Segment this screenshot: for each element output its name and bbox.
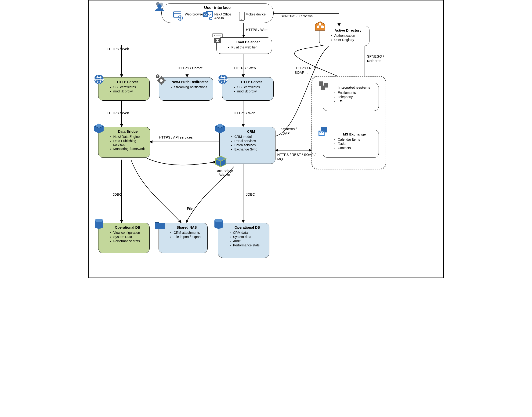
node-bullet: Portal services bbox=[235, 139, 272, 143]
node-title: HTTP Server bbox=[109, 80, 146, 84]
ui-item-mobile: Mobile device bbox=[246, 12, 267, 16]
edge-label: JDBC bbox=[246, 192, 255, 197]
node-title: NexJ Push Redirector bbox=[170, 80, 210, 84]
exchange-icon bbox=[317, 126, 329, 138]
architecture-diagram: User interface Web browser O NexJ Office… bbox=[88, 0, 444, 278]
edge-label: SPNEGO / Kerberos bbox=[281, 14, 313, 19]
operational-db-right-node: Operational DB CRM data System data Audi… bbox=[218, 223, 269, 258]
svg-rect-30 bbox=[157, 80, 159, 81]
globe-icon bbox=[217, 73, 229, 85]
node-bullet: System Data bbox=[113, 235, 146, 239]
edge-label: JDBC bbox=[113, 192, 122, 197]
node-title: Operational DB bbox=[229, 225, 266, 229]
blocks-icon bbox=[318, 80, 329, 92]
edge-label: HTTPS / Web bbox=[246, 28, 268, 32]
ms-exchange-node: MS Exchange Calendar Items Tasks Contact… bbox=[323, 130, 379, 158]
node-bullet: mod_jk proxy bbox=[237, 89, 270, 93]
data-bridge-node: Data Bridge NexJ Data Engine Data Publis… bbox=[98, 127, 150, 158]
edge-label: Kerberos / LDAP bbox=[281, 127, 297, 136]
adapter-cube-icon bbox=[214, 155, 227, 168]
edge-label: HTTPS / Web bbox=[108, 47, 129, 51]
node-bullet: Exchange Sync bbox=[235, 147, 272, 151]
node-bullet: System data bbox=[233, 235, 266, 239]
node-bullet: NexJ Data Engine bbox=[113, 135, 147, 138]
node-title: Load Balancer bbox=[227, 40, 269, 44]
node-bullet: Performance stats bbox=[113, 239, 146, 243]
globe-icon bbox=[93, 73, 105, 85]
load-balancer-icon bbox=[211, 33, 223, 44]
node-bullet: Performance stats bbox=[233, 243, 266, 247]
node-bullet: Streaming notifications bbox=[174, 85, 210, 89]
svg-rect-17 bbox=[317, 26, 319, 28]
node-title: HTTP Server bbox=[233, 80, 270, 84]
crm-node: CRM CRM model Portal services Batch serv… bbox=[219, 127, 275, 164]
node-bullet: Telephony bbox=[338, 95, 375, 99]
svg-point-11 bbox=[241, 19, 242, 20]
shared-nas-node: Shared NAS CRM attachments File import /… bbox=[159, 223, 208, 253]
node-title: MS Exchange bbox=[334, 132, 375, 136]
svg-rect-41 bbox=[319, 82, 323, 86]
active-directory-icon bbox=[315, 21, 325, 31]
svg-point-13 bbox=[214, 35, 215, 36]
cube-icon bbox=[214, 123, 226, 134]
node-title: Operational DB bbox=[109, 225, 146, 229]
node-bullet: Entitlements bbox=[338, 91, 375, 94]
node-bullet: View configuration bbox=[113, 231, 146, 234]
ui-item-office-addin: NexJ Office Add-in bbox=[214, 12, 235, 20]
node-bullet: SSL certificates bbox=[237, 85, 270, 89]
gear-icon: 1 bbox=[154, 73, 166, 85]
node-bullet: SSL certificates bbox=[113, 85, 146, 89]
svg-point-38 bbox=[95, 219, 103, 222]
node-bullet: Data Publishing services bbox=[113, 139, 147, 146]
node-bullet: Calendar Items bbox=[338, 138, 375, 141]
svg-point-2 bbox=[157, 4, 161, 9]
node-bullet: Monitoring framework bbox=[113, 147, 147, 151]
node-bullet: CRM model bbox=[235, 135, 272, 138]
node-bullet: F5 at the web tier bbox=[231, 45, 269, 49]
users-icon bbox=[154, 1, 165, 12]
folder-icon bbox=[154, 219, 166, 230]
svg-rect-3 bbox=[173, 12, 181, 17]
svg-rect-29 bbox=[161, 83, 162, 85]
edge-label: HTTPS / Web bbox=[234, 111, 255, 115]
edge-label: HTTPS / Comet bbox=[178, 66, 202, 71]
active-directory-node: Active Directory Authentication User Reg… bbox=[319, 26, 370, 46]
svg-point-27 bbox=[160, 79, 163, 82]
operational-db-left-node: Operational DB View configuration System… bbox=[98, 223, 150, 253]
node-title: Active Directory bbox=[330, 28, 366, 32]
node-bullet: Contacts bbox=[338, 146, 375, 150]
edge-label: SPNEGO / Kerberos bbox=[367, 54, 384, 63]
node-bullet: User Registry bbox=[334, 38, 366, 42]
node-bullet: Tasks bbox=[338, 142, 375, 146]
node-title: Shared NAS bbox=[170, 225, 204, 229]
data-bridge-adapter-label: Data Bridge Adapter bbox=[213, 169, 236, 177]
database-icon bbox=[213, 218, 224, 230]
ui-title: User interface bbox=[161, 5, 273, 10]
load-balancer-node: Load Balancer F5 at the web tier bbox=[216, 37, 272, 54]
svg-rect-43 bbox=[321, 86, 325, 90]
ui-item-web-browser: Web browser bbox=[185, 12, 206, 16]
svg-point-40 bbox=[214, 219, 223, 222]
push-redirector-node: NexJ Push Redirector Streaming notificat… bbox=[159, 77, 213, 101]
node-title: Data Bridge bbox=[109, 129, 147, 133]
edge-label: HTTPS / REST / SOAP / MQ… bbox=[277, 153, 316, 161]
browser-icon bbox=[173, 11, 184, 21]
http-server-left-node: HTTP Server SSL certificates mod_jk prox… bbox=[98, 77, 150, 101]
node-title: CRM bbox=[230, 129, 272, 133]
node-bullet: CRM data bbox=[233, 231, 266, 234]
node-bullet: Audit bbox=[233, 239, 266, 243]
integrated-systems-node: Integrated systems Entitlements Telephon… bbox=[323, 83, 379, 111]
database-icon bbox=[93, 218, 105, 230]
svg-rect-28 bbox=[161, 76, 162, 78]
node-bullet: Authentication bbox=[334, 34, 366, 37]
edge-label: HTTPS / Web bbox=[234, 66, 256, 71]
svg-rect-18 bbox=[321, 26, 324, 28]
svg-text:O: O bbox=[204, 13, 207, 17]
edge-label: HTTPS / API services bbox=[159, 135, 193, 140]
svg-rect-31 bbox=[164, 80, 166, 81]
node-title: Integrated systems bbox=[334, 85, 375, 89]
node-bullet: CRM attachments bbox=[174, 231, 204, 234]
edge-label: HTTPS / REST / SOAP… bbox=[295, 66, 320, 75]
node-bullet: File import / export bbox=[174, 235, 204, 239]
http-server-right-node: HTTP Server SSL certificates mod_jk prox… bbox=[222, 77, 274, 101]
